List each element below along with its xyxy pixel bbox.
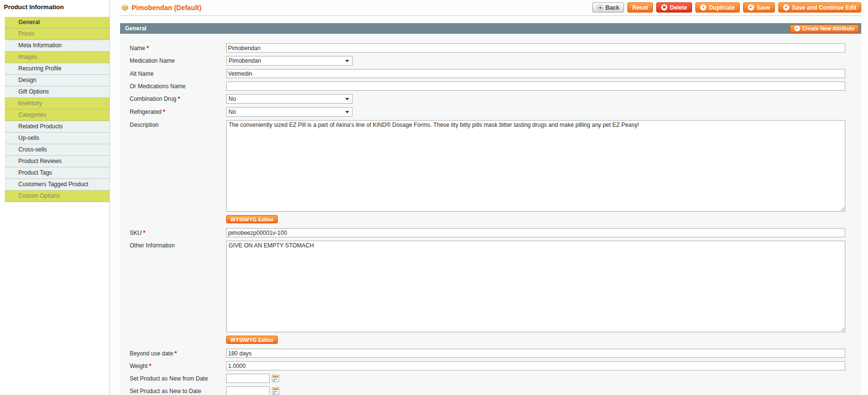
alt-name-input[interactable] [226, 69, 845, 78]
sidebar-item-gift-options[interactable]: Gift Options [5, 86, 109, 98]
delete-x-icon: ✖ [661, 4, 667, 11]
check-circle-icon: ✔ [783, 4, 789, 11]
dropdown-arrow-icon [345, 111, 349, 113]
page-title-text: Pimobendan (Default) [132, 4, 202, 12]
beyond-use-date-input[interactable] [226, 349, 845, 358]
general-panel-header: General + Create New Attribute [120, 23, 861, 34]
form-row-sku: SKU* [130, 228, 845, 237]
back-button[interactable]: ◀ Back [592, 2, 624, 13]
form-row-combination-drug: Combination Drug* No [130, 94, 845, 104]
dropdown-arrow-icon [345, 98, 349, 100]
beyond-use-date-label: Beyond use date* [130, 349, 226, 357]
page-title: Pimobendan (Default) [121, 4, 202, 12]
plus-circle-icon: + [700, 4, 706, 11]
new-from-date-input[interactable] [226, 374, 270, 383]
other-information-label: Other Information [130, 241, 226, 249]
wysiwyg-editor-button[interactable]: WYSIWYG Editor [226, 215, 278, 223]
medication-name-label: Medication Name [130, 56, 226, 64]
sidebar-title: Product Information [0, 0, 109, 17]
panel-title: General [125, 25, 147, 32]
form-row-beyond-use-date: Beyond use date* [130, 349, 845, 358]
description-label: Description [130, 120, 226, 128]
other-information-textarea[interactable]: GIVE ON AN EMPTY STOMACH [226, 241, 845, 332]
new-to-date-label: Set Product as New to Date [130, 386, 226, 395]
or-medications-name-input[interactable] [226, 82, 845, 91]
wysiwyg-row: WYSIWYG Editor [130, 215, 845, 223]
new-to-date-input[interactable] [226, 386, 270, 395]
product-information-sidebar: Product Information General Prices Meta … [0, 0, 110, 395]
form-row-other-information: Other Information GIVE ON AN EMPTY STOMA… [130, 241, 845, 332]
calendar-icon[interactable] [272, 387, 279, 395]
form-row-alt-name: Alt Name [130, 69, 845, 78]
form-row-new-from-date: Set Product as New from Date [130, 374, 845, 383]
or-medications-name-label: Or Medications Name [130, 82, 226, 90]
form-row-description: Description The conveniently sized EZ Pi… [130, 120, 845, 212]
main-content: Pimobendan (Default) ◀ Back Reset ✖ Dele… [110, 0, 868, 395]
form-row-or-medications-name: Or Medications Name [130, 82, 845, 91]
sidebar-item-product-reviews[interactable]: Product Reviews [5, 156, 109, 167]
new-from-date-label: Set Product as New from Date [130, 374, 226, 382]
sidebar-item-recurring-profile[interactable]: Recurring Profile [5, 63, 109, 75]
sidebar-item-design[interactable]: Design [5, 75, 109, 86]
product-box-icon [121, 4, 129, 12]
dropdown-arrow-icon [345, 60, 349, 62]
form-row-name: Name* [130, 43, 845, 53]
sidebar-item-images[interactable]: Images [5, 52, 109, 63]
combination-drug-select[interactable]: No [226, 94, 353, 104]
name-label: Name* [130, 43, 226, 52]
sidebar-item-cross-sells[interactable]: Cross-sells [5, 144, 109, 156]
sidebar-item-customers-tagged-product[interactable]: Customers Tagged Product [5, 179, 109, 191]
sidebar-item-up-sells[interactable]: Up-sells [5, 133, 109, 144]
sidebar-item-related-products[interactable]: Related Products [5, 121, 109, 133]
refrigerated-label: Refrigerated* [130, 107, 226, 115]
refrigerated-select[interactable]: No [226, 107, 353, 117]
form-row-refrigerated: Refrigerated* No [130, 107, 845, 117]
weight-input[interactable] [226, 361, 845, 370]
form-row-medication-name: Medication Name Pimobendan [130, 56, 845, 66]
sidebar-item-custom-options[interactable]: Custom Options [5, 191, 109, 202]
sidebar-item-product-tags[interactable]: Product Tags [5, 167, 109, 179]
plus-circle-icon: + [794, 26, 800, 31]
alt-name-label: Alt Name [130, 69, 226, 77]
weight-label: Weight* [130, 361, 226, 369]
save-button[interactable]: ✔ Save [743, 2, 775, 13]
wysiwyg-row: WYSIWYG Editor [130, 336, 845, 344]
save-and-continue-button[interactable]: ✔ Save and Continue Edit [778, 2, 861, 13]
sidebar-item-categories[interactable]: Categories [5, 109, 109, 121]
sidebar-item-general[interactable]: General [5, 17, 109, 28]
back-arrow-icon: ◀ [597, 4, 603, 11]
name-input[interactable] [226, 43, 845, 53]
delete-button[interactable]: ✖ Delete [656, 2, 692, 13]
form-row-new-to-date: Set Product as New to Date [130, 386, 845, 395]
create-new-attribute-button[interactable]: + Create New Attribute [790, 25, 859, 33]
reset-button[interactable]: Reset [627, 2, 653, 13]
check-circle-icon: ✔ [748, 4, 754, 11]
calendar-icon[interactable] [272, 375, 279, 382]
combination-drug-label: Combination Drug* [130, 94, 226, 102]
form-row-weight: Weight* [130, 361, 845, 370]
page-header: Pimobendan (Default) ◀ Back Reset ✖ Dele… [120, 0, 861, 16]
header-buttons: ◀ Back Reset ✖ Delete + Duplicate ✔ Save… [592, 2, 861, 13]
sidebar-item-prices[interactable]: Prices [5, 28, 109, 40]
sidebar-item-inventory[interactable]: Inventory [5, 98, 109, 109]
duplicate-button[interactable]: + Duplicate [695, 2, 740, 13]
sku-input[interactable] [226, 228, 845, 237]
description-textarea[interactable]: The conveniently sized EZ Pill is a part… [226, 120, 845, 212]
sku-label: SKU* [130, 228, 226, 236]
sidebar-item-meta-information[interactable]: Meta Information [5, 40, 109, 52]
wysiwyg-editor-button[interactable]: WYSIWYG Editor [226, 336, 278, 344]
medication-name-select[interactable]: Pimobendan [226, 56, 353, 66]
general-form: Name* Medication Name Pimobendan Alt Nam… [120, 34, 861, 395]
